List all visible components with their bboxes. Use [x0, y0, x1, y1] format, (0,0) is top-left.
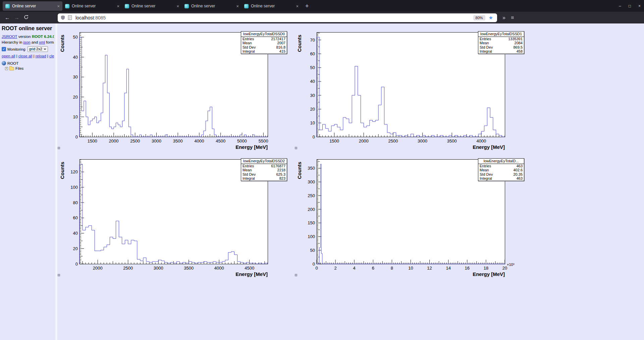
jsroot-favicon-icon [65, 4, 69, 8]
monitoring-checkbox[interactable]: ✓ [2, 47, 6, 51]
resize-handle[interactable] [58, 147, 60, 149]
stats-box[interactable]: lowEnergyEyTotalDSSD2 Entries6176877 Mea… [241, 158, 287, 181]
maximize-button[interactable]: □ [629, 4, 631, 8]
new-tab-button[interactable]: + [305, 1, 309, 11]
stats-title: lowEnergyEyTotalD... [478, 159, 524, 164]
svg-text:2000: 2000 [359, 138, 369, 144]
jsroot-favicon-icon [125, 4, 129, 8]
svg-text:30: 30 [310, 93, 315, 98]
grid-layout-value: grid 2x2 [29, 47, 42, 51]
zoom-indicator[interactable]: 80% [473, 15, 485, 20]
overflow-menu-icon[interactable]: » [502, 15, 505, 21]
tab-online-server-3[interactable]: Online server × [122, 1, 182, 11]
svg-text:10: 10 [73, 114, 78, 119]
stats-value: 869.5 [513, 45, 523, 50]
tree-item-files[interactable]: + Files [5, 66, 54, 70]
hierarchy-text: Hierarchy in [2, 40, 23, 44]
tab-close-icon[interactable]: × [117, 4, 119, 9]
forward-button[interactable]: → [12, 15, 21, 20]
close-all-link[interactable]: close all [18, 54, 33, 58]
svg-text:100: 100 [308, 234, 315, 239]
url-host: localhost [75, 15, 94, 20]
tab-title: Online server [131, 4, 174, 8]
bookmark-star-icon[interactable]: ★ [489, 15, 493, 21]
reload-link[interactable]: reload [36, 54, 46, 58]
resize-handle[interactable] [295, 274, 297, 276]
tab-online-server-2[interactable]: Online server × [62, 1, 122, 11]
minimize-button[interactable]: – [619, 4, 621, 8]
tree-root-label: ROOT [7, 61, 18, 65]
svg-text:Counts: Counts [297, 35, 302, 52]
jsroot-link[interactable]: JSROOT [2, 35, 17, 39]
reload-button[interactable] [21, 14, 31, 21]
svg-text:20: 20 [73, 95, 78, 100]
stats-label: Std Dev [480, 45, 493, 50]
svg-text:×10³: ×10³ [507, 263, 515, 267]
stats-value: 2007 [277, 41, 285, 45]
hamburger-menu-icon[interactable]: ≡ [511, 15, 514, 21]
tab-online-server-4[interactable]: Online server × [182, 1, 241, 11]
svg-text:Energy [MeV]: Energy [MeV] [235, 271, 268, 277]
page-info-icon[interactable] [68, 15, 72, 20]
stats-value: 2218 [277, 168, 285, 172]
tab-online-server-1[interactable]: Online server × [3, 1, 62, 11]
stats-label: Mean [480, 168, 489, 172]
root-logo-icon [2, 61, 6, 65]
stats-value: 625.3 [276, 172, 285, 177]
clear-link[interactable]: clear [49, 54, 54, 58]
svg-text:5500: 5500 [259, 138, 268, 144]
jsroot-favicon-icon [5, 4, 10, 8]
page-content: ROOT online server JSROOT version ROOT 6… [0, 23, 644, 340]
open-all-link[interactable]: open all [2, 54, 15, 58]
svg-text:200: 200 [308, 207, 315, 212]
svg-text:0: 0 [313, 134, 315, 139]
tab-close-icon[interactable]: × [57, 4, 60, 9]
stats-title: lowEnergyEyTotalDSSD1 [478, 32, 524, 37]
svg-text:10: 10 [408, 266, 413, 271]
folder-icon [9, 67, 14, 70]
stats-label: Integral [480, 176, 492, 181]
svg-text:0: 0 [313, 262, 315, 267]
svg-text:40: 40 [310, 79, 315, 84]
url-port: :8085 [94, 15, 106, 20]
browser-window: Online server × Online server × Online s… [0, 0, 644, 340]
root-version-text: ROOT 6.24.04 13/07/2 [32, 35, 54, 39]
resize-handle[interactable] [58, 274, 60, 276]
tab-title: Online server [12, 4, 55, 8]
expand-plus-icon[interactable]: + [5, 67, 8, 70]
svg-text:4500: 4500 [245, 266, 254, 271]
grid-layout-select[interactable]: grid 2x2 [28, 46, 48, 52]
resize-handle[interactable] [295, 147, 297, 149]
navigation-bar: ← → localhost:8085 80% ★ » ≡ [0, 12, 644, 23]
svg-text:4: 4 [353, 266, 356, 271]
hierarchy-line: Hierarchy in json and xml format [2, 40, 54, 44]
stats-box[interactable]: lowEnergyEyTotalD... Entries463 Mean402.… [478, 158, 524, 181]
json-link[interactable]: json [23, 40, 31, 44]
stats-value: 20.35 [513, 172, 523, 177]
xml-link[interactable]: xml [39, 40, 45, 44]
canvas-cell-dssd1: 010203040506070150020002500300035004000E… [294, 23, 532, 151]
tree-item-root[interactable]: ROOT [2, 61, 54, 65]
stats-label: Mean [243, 41, 252, 45]
svg-text:12: 12 [427, 266, 432, 271]
svg-text:18: 18 [484, 266, 488, 271]
tab-close-icon[interactable]: × [296, 4, 299, 9]
tab-close-icon[interactable]: × [236, 4, 239, 9]
stats-box[interactable]: lowEnergyEyTotalDSSD1 Entries1335391 Mea… [478, 31, 524, 54]
url-text[interactable]: localhost:8085 [75, 15, 106, 20]
stats-box[interactable]: lowEnergyEyTotalDSSD0 Entries2172417 Mea… [241, 31, 287, 54]
back-button[interactable]: ← [3, 15, 12, 20]
tab-close-icon[interactable]: × [176, 4, 179, 9]
tab-online-server-5[interactable]: Online server × [241, 1, 301, 11]
url-bar[interactable]: localhost:8085 80% ★ [58, 13, 497, 22]
shield-icon[interactable] [60, 15, 65, 20]
svg-text:Energy [MeV]: Energy [MeV] [473, 271, 505, 277]
close-window-button[interactable]: × [638, 4, 641, 8]
stats-value: 816.8 [276, 45, 285, 50]
stats-label: Entries [480, 164, 491, 168]
svg-text:0: 0 [75, 134, 78, 139]
svg-text:Counts: Counts [59, 35, 65, 52]
svg-text:60: 60 [310, 51, 315, 56]
tab-title: Online server [251, 4, 294, 8]
separator: | [15, 54, 18, 58]
